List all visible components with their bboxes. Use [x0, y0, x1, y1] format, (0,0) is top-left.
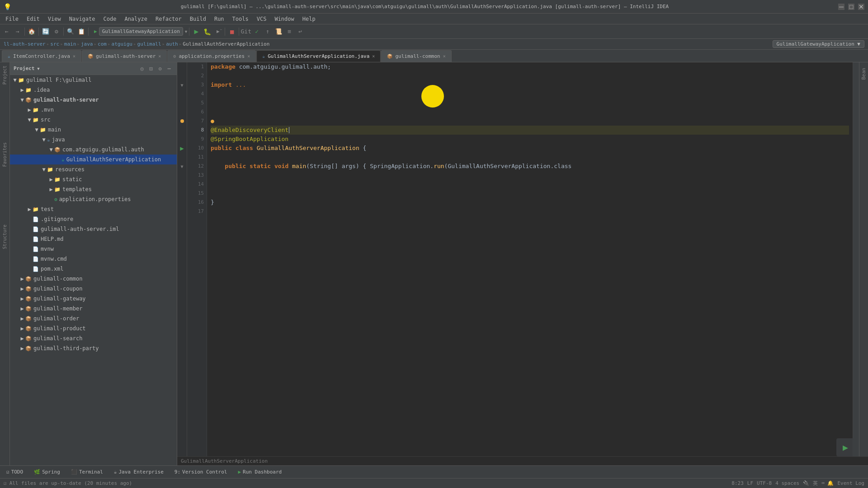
tree-main[interactable]: ▼ 📁 main — [10, 125, 177, 135]
menu-help[interactable]: Help — [299, 15, 319, 23]
toolbar-update[interactable]: ↑ — [263, 27, 273, 37]
minimize-button[interactable]: ─ — [838, 4, 844, 10]
tree-mvnw[interactable]: ▶ 📄 mvnw — [10, 244, 177, 254]
status-event-log[interactable]: Event Log — [837, 480, 864, 486]
tree-gulimall-coupon[interactable]: ▶ 📦 gulimall-coupon — [10, 284, 177, 294]
tree-iml[interactable]: ▶ 📄 gulimall-auth-server.iml — [10, 224, 177, 234]
bottom-tab-spring[interactable]: 🌿 Spring — [31, 466, 63, 478]
tree-gulimall-common[interactable]: ▶ 📦 gulimall-common — [10, 274, 177, 284]
menu-build[interactable]: Build — [186, 15, 210, 23]
tree-app-props[interactable]: ▶ ⚙ application.properties — [10, 194, 177, 204]
tree-gulimall-third[interactable]: ▶ 📦 gulimall-third-party — [10, 343, 177, 353]
tree-gulimall-product[interactable]: ▶ 📦 gulimall-product — [10, 324, 177, 333]
toolbar-structure[interactable]: 📋 — [76, 27, 86, 37]
tab-auth-server-close[interactable]: × — [158, 54, 161, 59]
tree-mvn[interactable]: ▶ 📁 .mvn — [10, 105, 177, 115]
tree-gulimall-member[interactable]: ▶ 📦 gulimall-member — [10, 304, 177, 314]
tree-package[interactable]: ▼ 📦 com.atguigu.gulimall.auth — [10, 145, 177, 155]
tree-help-md[interactable]: ▶ 📄 HELP.md — [10, 234, 177, 244]
toolbar-history[interactable]: 📜 — [274, 27, 283, 37]
menu-code[interactable]: Code — [100, 15, 120, 23]
toolbar-sync[interactable]: 🔄 — [41, 27, 51, 37]
bottom-tab-todo[interactable]: ☑ TODO — [4, 466, 26, 478]
tab-auth-server[interactable]: 📦 gulimall-auth-server × — [82, 50, 167, 62]
tab-gulimall-common[interactable]: 📦 gulimall-common × — [381, 50, 451, 62]
toolbar-run-coverage[interactable]: ▶̈ — [213, 27, 223, 37]
panel-locate-btn[interactable]: ◎ — [138, 65, 146, 73]
tree-test[interactable]: ▶ 📁 test — [10, 204, 177, 214]
status-lf[interactable]: LF — [747, 480, 753, 486]
toolbar-settings[interactable]: ⚙ — [52, 27, 61, 37]
menu-run[interactable]: Run — [211, 15, 228, 23]
panel-settings-btn[interactable]: ⚙ — [156, 65, 164, 73]
tree-gulimall-search[interactable]: ▶ 📦 gulimall-search — [10, 333, 177, 343]
toolbar-git[interactable]: Git — [241, 27, 251, 37]
toolbar-search[interactable]: 🔍 — [66, 27, 75, 37]
menu-view[interactable]: View — [44, 15, 65, 23]
fold-marker-12[interactable]: ▼ — [180, 164, 183, 169]
code-editor[interactable]: ▼ ▶ ▼ — [177, 62, 868, 465]
breadcrumb-src[interactable]: src — [50, 41, 59, 47]
tab-application-props[interactable]: ⚙ application.properties × — [167, 50, 256, 62]
run-marker-10[interactable]: ▶ — [180, 145, 184, 152]
tree-java[interactable]: ▼ ☕ java — [10, 135, 177, 145]
strip-favorites[interactable]: Favorites — [1, 141, 9, 168]
bottom-tab-run-dashboard[interactable]: ▶ Run Dashboard — [235, 466, 284, 478]
tree-static[interactable]: ▶ 📁 static — [10, 174, 177, 184]
tree-mvnw-cmd[interactable]: ▶ 📄 mvnw.cmd — [10, 254, 177, 264]
breadcrumb-atguigu[interactable]: atguigu — [112, 41, 132, 47]
toolbar-stop-btn[interactable]: ■ — [227, 27, 237, 37]
status-encoding[interactable]: UTF-8 — [757, 480, 772, 486]
tree-auth-app-class[interactable]: ▶ ☕ GulimallAuthServerApplication — [10, 155, 177, 164]
tree-idea[interactable]: ▶ 📁 .idea — [10, 85, 177, 95]
tab-gulimall-auth-app-close[interactable]: × — [372, 54, 375, 59]
toolbar-debug-btn[interactable]: 🐛 — [202, 27, 212, 37]
breadcrumb-auth-server[interactable]: ll-auth-server — [4, 41, 46, 47]
tree-root[interactable]: ▼ 📁 gulimall F:\gulimall — [10, 75, 177, 85]
tree-resources[interactable]: ▼ 📁 resources — [10, 164, 177, 174]
run-config-selector[interactable]: GulimallGatewayApplication — [99, 27, 183, 36]
maximize-button[interactable]: □ — [848, 4, 854, 10]
tree-gulimall-order[interactable]: ▶ 📦 gulimall-order — [10, 314, 177, 324]
panel-hide-btn[interactable]: – — [165, 65, 173, 73]
toolbar-annotate[interactable]: ≡ — [284, 27, 294, 37]
bottom-tab-version-control[interactable]: 9: Version Control — [172, 466, 230, 478]
tab-application-props-close[interactable]: × — [247, 54, 250, 59]
gateway-dropdown[interactable]: GulimallGatewayApplication ▼ — [773, 40, 864, 48]
tree-gulimall-gateway[interactable]: ▶ 📦 gulimall-gateway — [10, 294, 177, 304]
menu-refactor[interactable]: Refactor — [152, 15, 185, 23]
project-dropdown-arrow[interactable]: ▼ — [37, 66, 39, 71]
toolbar-home[interactable]: 🏠 — [27, 27, 37, 37]
tab-gulimall-common-close[interactable]: × — [443, 54, 446, 59]
status-indent[interactable]: 4 spaces — [775, 480, 799, 486]
close-button[interactable]: ✕ — [858, 4, 864, 10]
status-position[interactable]: 8:23 — [731, 480, 744, 486]
bottom-tab-java-enterprise[interactable]: ☕ Java Enterprise — [111, 466, 166, 478]
tab-item-controller[interactable]: ☕ ItemController.java × — [2, 50, 81, 62]
tree-pom[interactable]: ▶ 📄 pom.xml — [10, 264, 177, 274]
strip-structure[interactable]: Structure — [1, 223, 9, 250]
menu-file[interactable]: File — [2, 15, 22, 23]
tree-gitignore[interactable]: ▶ 📄 .gitignore — [10, 214, 177, 224]
toolbar-check[interactable]: ✓ — [252, 27, 262, 37]
breadcrumb-java[interactable]: java — [81, 41, 93, 47]
toolbar-rollback[interactable]: ↩ — [295, 27, 305, 37]
breadcrumb-auth[interactable]: auth — [166, 41, 178, 47]
run-config-dropdown[interactable]: ▼ — [185, 29, 187, 34]
tree-src[interactable]: ▼ 📁 src — [10, 115, 177, 125]
breadcrumb-main[interactable]: main — [64, 41, 76, 47]
tree-auth-server[interactable]: ▼ 📦 gulimall-auth-server — [10, 95, 177, 105]
menu-vcs[interactable]: VCS — [253, 15, 270, 23]
code-content[interactable]: package com.atguigu.gulimall.auth; impor… — [207, 62, 853, 456]
menu-edit[interactable]: Edit — [23, 15, 43, 23]
toolbar-run-btn[interactable]: ▶ — [191, 27, 201, 37]
tab-item-controller-close[interactable]: × — [73, 54, 75, 59]
bean-tab[interactable]: Bean — [860, 66, 868, 82]
menu-window[interactable]: Window — [271, 15, 297, 23]
fold-marker-3[interactable]: ▼ — [180, 83, 183, 88]
tab-gulimall-auth-app[interactable]: ☕ GulimallAuthServerApplication.java × — [256, 50, 381, 62]
bottom-tab-terminal[interactable]: ⬛ Terminal — [68, 466, 106, 478]
menu-navigate[interactable]: Navigate — [66, 15, 99, 23]
floating-run-btn[interactable]: ▶ — [836, 438, 854, 456]
menu-analyze[interactable]: Analyze — [121, 15, 151, 23]
